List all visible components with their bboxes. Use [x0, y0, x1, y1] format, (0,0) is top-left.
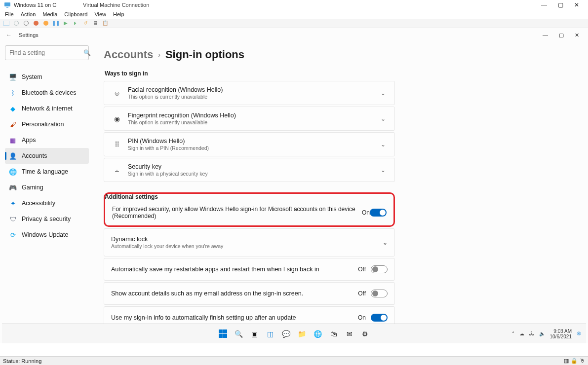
signin-option-row[interactable]: ◉ Fingerprint recognition (Windows Hello… — [104, 107, 395, 131]
hello-only-label: For improved security, only allow Window… — [112, 206, 362, 219]
tray-notifications-icon[interactable]: ④ — [577, 331, 581, 336]
menu-view[interactable]: View — [94, 11, 106, 17]
nav-icon: ᛒ — [9, 89, 17, 97]
sidebar-item-gaming[interactable]: 🎮Gaming — [5, 180, 89, 195]
pause-icon[interactable]: ❚❚ — [52, 20, 59, 27]
toggle-label: Use my sign-in info to automatically fin… — [111, 314, 358, 321]
tray-onedrive-icon[interactable]: ☁ — [519, 331, 524, 336]
vm-close-button[interactable]: ✕ — [574, 1, 579, 8]
turnoff-icon[interactable] — [23, 20, 30, 27]
sidebar-item-time-language[interactable]: 🌐Time & language — [5, 164, 89, 180]
taskbar-clock[interactable]: 9:03 AM 10/6/2021 — [550, 328, 572, 339]
taskbar-search-icon[interactable]: 🔍 — [234, 328, 244, 339]
svg-rect-5 — [219, 334, 223, 338]
explorer-icon[interactable]: 📁 — [297, 328, 308, 339]
taskbar-date: 10/6/2021 — [550, 334, 572, 339]
ctrl-alt-del-icon[interactable] — [3, 20, 10, 27]
sidebar-item-privacy-security[interactable]: 🛡Privacy & security — [5, 211, 89, 227]
shutdown-icon[interactable] — [33, 20, 39, 27]
settings-close-button[interactable]: ✕ — [575, 32, 579, 38]
sidebar-item-windows-update[interactable]: ⟳Windows Update — [5, 227, 89, 243]
settings-app-title: Settings — [19, 32, 39, 38]
svg-rect-3 — [219, 329, 223, 333]
signin-option-row[interactable]: ⫠ Security key Sign in with a physical s… — [104, 158, 395, 182]
tray-network-icon[interactable]: 🖧 — [529, 331, 534, 336]
sidebar-item-accessibility[interactable]: ✦Accessibility — [5, 195, 89, 211]
vm-minimize-button[interactable]: — — [541, 1, 547, 8]
toggle-row: Show account details such as my email ad… — [104, 282, 395, 305]
tray-volume-icon[interactable]: 🔈 — [539, 331, 545, 336]
nav-icon: ✦ — [9, 200, 17, 207]
toggle-value: Off — [358, 290, 366, 297]
search-input[interactable] — [9, 49, 83, 56]
dynamic-lock-row[interactable]: Dynamic lock Automatically lock your dev… — [104, 228, 395, 256]
revert-icon[interactable]: ↺ — [82, 20, 89, 27]
vm-status-text: Status: Running — [3, 358, 41, 364]
menu-clipboard[interactable]: Clipboard — [64, 11, 87, 17]
breadcrumb-parent[interactable]: Accounts — [104, 48, 153, 61]
svg-rect-2 — [3, 21, 9, 26]
menu-media[interactable]: Media — [42, 11, 57, 17]
option-title: Facial recognition (Windows Hello) — [128, 86, 379, 93]
widgets-icon[interactable]: ◫ — [265, 328, 276, 339]
nav-icon: 👤 — [9, 152, 17, 160]
mail-icon[interactable]: ✉ — [344, 328, 355, 339]
toggle-label: Show account details such as my email ad… — [111, 290, 358, 297]
nav-label: Time & language — [22, 168, 68, 175]
menu-file[interactable]: File — [5, 11, 14, 17]
sidebar-item-system[interactable]: 🖥️System — [5, 69, 89, 85]
edge-icon[interactable]: 🌐 — [313, 328, 323, 339]
toggle-value: Off — [358, 266, 366, 273]
sidebar-item-accounts[interactable]: 👤Accounts — [5, 148, 89, 164]
reset-icon[interactable]: ▶ — [62, 20, 69, 27]
signin-option-row[interactable]: ☺ Facial recognition (Windows Hello) Thi… — [104, 81, 395, 105]
option-title: PIN (Windows Hello) — [128, 138, 379, 145]
nav-icon: 🌐 — [9, 168, 17, 176]
share-icon[interactable]: 📋 — [102, 20, 109, 27]
svg-rect-0 — [4, 2, 10, 6]
dynamic-lock-sub: Automatically lock your device when you'… — [111, 243, 383, 249]
settings-minimize-button[interactable]: — — [543, 32, 548, 38]
hello-only-value: On — [362, 209, 370, 216]
chevron-down-icon: ⌄ — [379, 115, 388, 122]
enhanced-icon[interactable]: 🖥 — [92, 20, 99, 27]
chevron-down-icon: ⌄ — [379, 141, 388, 148]
option-title: Fingerprint recognition (Windows Hello) — [128, 112, 379, 119]
svg-rect-6 — [223, 334, 227, 338]
search-icon: 🔍 — [83, 49, 91, 56]
vm-maximize-button[interactable]: ▢ — [558, 1, 563, 8]
save-icon[interactable] — [42, 20, 49, 27]
signin-option-row[interactable]: ⠿ PIN (Windows Hello) Sign in with a PIN… — [104, 132, 395, 156]
option-icon: ◉ — [111, 115, 123, 123]
chat-icon[interactable]: 💬 — [281, 328, 292, 339]
store-icon[interactable]: 🛍 — [328, 328, 339, 339]
nav-label: System — [22, 73, 42, 80]
task-view-icon[interactable]: ▣ — [249, 328, 260, 339]
settings-maximize-button[interactable]: ▢ — [559, 32, 564, 38]
tray-chevron-icon[interactable]: ˄ — [512, 331, 514, 336]
nav-icon: 🎮 — [9, 184, 17, 191]
toggle-switch[interactable] — [371, 265, 388, 273]
sidebar-item-apps[interactable]: ▦Apps — [5, 132, 89, 148]
menu-action[interactable]: Action — [21, 11, 36, 17]
option-sub: Sign in with a physical security key — [128, 171, 379, 177]
menu-help[interactable]: Help — [113, 11, 124, 17]
back-button[interactable]: ← — [6, 32, 12, 38]
sidebar-item-bluetooth-devices[interactable]: ᛒBluetooth & devices — [5, 85, 89, 101]
sidebar-item-network-internet[interactable]: ◆Network & internet — [5, 101, 89, 116]
option-sub: This option is currently unavailable — [128, 119, 379, 125]
hello-only-toggle[interactable] — [370, 209, 387, 217]
toggle-value: On — [358, 314, 366, 321]
nav-icon: ◆ — [9, 105, 17, 112]
vm-app-title: Virtual Machine Connection — [83, 2, 149, 8]
start-icon[interactable] — [13, 20, 20, 27]
settings-taskbar-icon[interactable]: ⚙ — [360, 328, 371, 339]
search-input-wrap[interactable]: 🔍 — [5, 45, 89, 60]
checkpoint-icon[interactable]: ⏵ — [72, 20, 79, 27]
toggle-switch[interactable] — [371, 314, 388, 322]
sidebar-item-personalization[interactable]: 🖌Personalization — [5, 116, 89, 132]
start-button[interactable] — [218, 328, 229, 339]
nav-label: Apps — [22, 137, 36, 144]
toggle-switch[interactable] — [371, 290, 388, 297]
settings-content: Accounts › Sign-in options Ways to sign … — [94, 40, 410, 343]
